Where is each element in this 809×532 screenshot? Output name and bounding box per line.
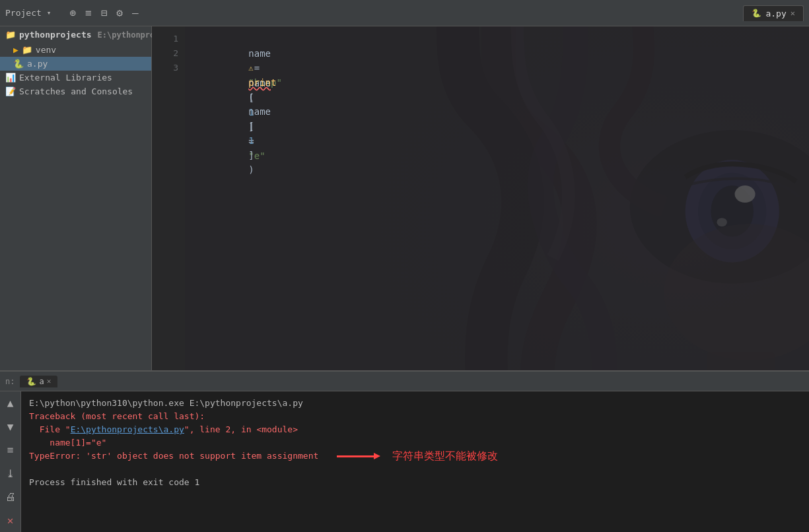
tab-a-py[interactable]: 🐍 a.py ✕ (743, 5, 804, 21)
close-console-button[interactable]: ✕ (3, 513, 18, 529)
annotation-arrow (337, 455, 376, 457)
minimize-icon[interactable]: — (132, 7, 139, 19)
console-error-line: TypeError: 'str' object does not support… (29, 449, 801, 463)
sidebar: 📁 pythonprojects E:\pythonprojects ▶ 📁 v… (0, 26, 152, 370)
tab-label: a.py (765, 9, 786, 18)
code-bracket-3a: [ (248, 121, 254, 131)
warning-icon: ⚠ (248, 63, 253, 73)
title-bar-left: Project ▾ ⊕ ≡ ⊟ ⚙ — (5, 7, 139, 19)
line-number-gutter: 1 2 3 (152, 26, 185, 370)
code-line-2: ⚠ name [ 1 ] = "e" (193, 46, 801, 61)
external-libraries-icon: 📊 (5, 73, 16, 83)
console-body: ▲ ▼ ≡ ⤓ 🖨 ✕ E:\python\python310\python.e… (0, 391, 809, 532)
line-number-3: 3 (152, 61, 185, 75)
sidebar-item-venv[interactable]: ▶ 📁 venv (0, 43, 151, 57)
print-button[interactable]: 🖨 (3, 489, 18, 505)
line-number-2: 2 (152, 46, 185, 61)
code-name-1: name (248, 48, 271, 59)
python-icon: 🐍 (13, 59, 24, 69)
editor-content[interactable]: 1 2 3 name = "hpep" ⚠ name [ 1 ] (152, 26, 809, 370)
project-label[interactable]: Project (5, 8, 42, 18)
code-num-3: 1 (248, 135, 254, 146)
project-dropdown-icon[interactable]: ▾ (47, 9, 52, 17)
project-root[interactable]: 📁 pythonprojects E:\pythonprojects (0, 26, 151, 43)
console-tab-label: a (39, 377, 44, 386)
console-panel: n: 🐍 a ✕ ▲ ▼ ≡ ⤓ 🖨 ✕ E:\python\python310… (0, 370, 809, 532)
console-tab-close[interactable]: ✕ (47, 377, 52, 385)
sidebar-item-label-scratches: Scratches and Consoles (19, 86, 133, 96)
console-line-4: name[1]="e" (29, 436, 801, 449)
console-prefix: n: (5, 377, 15, 386)
sidebar-item-label-extlib: External Libraries (19, 73, 112, 83)
console-tab-py-icon: 🐍 (26, 377, 36, 386)
title-bar: Project ▾ ⊕ ≡ ⊟ ⚙ — 🐍 a.py ✕ (0, 0, 809, 26)
console-line-1: E:\python\python310\python.exe E:\python… (29, 397, 801, 410)
code-name-3: name (248, 106, 271, 117)
annotation-arrow-container: 字符串类型不能被修改 (332, 449, 498, 463)
code-line-1: name = "hpep" (193, 32, 801, 46)
console-line-7: Process finished with exit code 1 (29, 476, 801, 489)
sidebar-item-external-libraries[interactable]: 📊 External Libraries (0, 71, 151, 84)
scratches-icon: 📝 (5, 86, 16, 96)
console-line-2: Traceback (most recent call last): (29, 410, 801, 423)
project-name: pythonprojects (19, 30, 92, 40)
python-file-icon: 🐍 (752, 9, 761, 18)
line-number-1: 1 (152, 32, 185, 46)
sidebar-item-label-venv: venv (36, 45, 56, 55)
console-line-5: TypeError: 'str' object does not support… (29, 449, 318, 463)
main-area: 📁 pythonprojects E:\pythonprojects ▶ 📁 v… (0, 26, 809, 370)
scroll-up-button[interactable]: ▲ (3, 395, 18, 411)
add-file-icon[interactable]: ⊕ (69, 7, 76, 19)
file-link[interactable]: E:\pythonprojects\a.py (71, 424, 184, 434)
sidebar-item-a-py[interactable]: 🐍 a.py (0, 57, 151, 71)
code-bracket-3b: ] (248, 150, 254, 160)
code-paren-3b: ) (248, 164, 254, 175)
editor-area: 1 2 3 name = "hpep" ⚠ name [ 1 ] (152, 26, 809, 370)
code-paren-3a: ( (248, 92, 254, 102)
title-bar-icons: ⊕ ≡ ⊟ ⚙ — (69, 7, 138, 19)
venv-folder-icon: 📁 (22, 45, 32, 55)
console-tab-a[interactable]: 🐍 a ✕ (20, 376, 57, 387)
code-line-3: print ( name [ 1 ] ) (193, 61, 801, 75)
sidebar-item-scratches[interactable]: 📝 Scratches and Consoles (0, 84, 151, 98)
collapse-icon[interactable]: ≡ (85, 7, 92, 19)
clear-console-button[interactable]: ⤓ (3, 466, 18, 482)
console-output[interactable]: E:\python\python310\python.exe E:\python… (21, 391, 809, 532)
console-line-3: File "E:\pythonprojects\a.py", line 2, i… (29, 423, 801, 436)
console-tabs: n: 🐍 a ✕ (0, 372, 809, 391)
scroll-down-button[interactable]: ▼ (3, 419, 18, 435)
collapse-all-icon[interactable]: ⊟ (101, 7, 108, 19)
tab-bar: 🐍 a.py ✕ (743, 5, 804, 21)
project-folder-icon: 📁 (5, 30, 16, 40)
code-func-3: print (248, 77, 276, 88)
sidebar-item-label-apy: a.py (27, 59, 48, 69)
console-sidebar: ▲ ▼ ≡ ⤓ 🖨 ✕ (0, 391, 21, 532)
wrap-lines-button[interactable]: ≡ (3, 442, 18, 458)
annotation-text: 字符串类型不能被修改 (392, 449, 498, 463)
folder-icon: ▶ (13, 45, 18, 55)
tab-close-icon[interactable]: ✕ (791, 9, 795, 18)
settings-icon[interactable]: ⚙ (116, 7, 123, 19)
console-line-6 (29, 463, 801, 476)
code-panel[interactable]: name = "hpep" ⚠ name [ 1 ] = "e" print (185, 26, 809, 370)
